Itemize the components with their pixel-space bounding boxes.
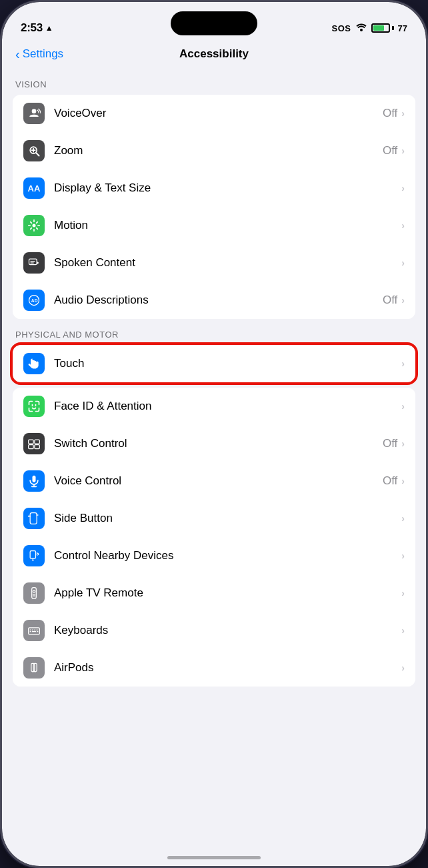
airpods-label: AirPods: [54, 661, 401, 675]
back-chevron-icon: ‹: [15, 47, 20, 61]
spoken-content-item[interactable]: Spoken Content ›: [13, 244, 415, 282]
touch-icon: [23, 353, 45, 374]
face-id-chevron-icon: ›: [401, 401, 405, 412]
svg-rect-14: [29, 445, 34, 449]
face-id-item[interactable]: Face ID & Attention ›: [13, 388, 415, 425]
vision-section-label: VISION: [2, 69, 426, 95]
svg-rect-19: [30, 513, 37, 524]
spoken-content-label: Spoken Content: [54, 256, 401, 270]
back-label[interactable]: Settings: [23, 47, 63, 61]
control-nearby-chevron-icon: ›: [401, 550, 405, 561]
apple-tv-label: Apple TV Remote: [54, 586, 401, 600]
side-button-label: Side Button: [54, 512, 401, 525]
svg-text:AD: AD: [31, 298, 38, 303]
content-area: VISION VoiceOver Off ›: [2, 69, 426, 700]
switch-control-item[interactable]: Switch Control Off ›: [13, 425, 415, 462]
airpods-item[interactable]: AirPods ›: [13, 649, 415, 687]
vision-group: VoiceOver Off › Zoom Off: [13, 95, 415, 319]
airpods-icon: [23, 657, 45, 679]
voice-control-value: Off: [383, 474, 397, 488]
display-text-size-item[interactable]: AA Display & Text Size ›: [13, 169, 415, 207]
svg-rect-15: [35, 445, 40, 449]
audio-descriptions-item[interactable]: AD Audio Descriptions Off ›: [13, 282, 415, 319]
zoom-icon: [23, 140, 45, 161]
control-nearby-label: Control Nearby Devices: [54, 549, 401, 562]
physical-motor-section-label: PHYSICAL AND MOTOR: [2, 319, 426, 345]
voiceover-value: Off: [383, 107, 397, 120]
airpods-chevron-icon: ›: [401, 663, 405, 673]
svg-rect-16: [33, 476, 36, 482]
control-nearby-item[interactable]: Control Nearby Devices ›: [13, 537, 415, 574]
svg-rect-12: [29, 440, 34, 444]
zoom-label: Zoom: [54, 144, 383, 157]
wifi-icon: [355, 23, 367, 34]
svg-rect-21: [32, 588, 37, 599]
side-button-chevron-icon: ›: [401, 513, 405, 524]
status-time: 2:53 ▲: [21, 21, 53, 35]
display-text-size-chevron-icon: ›: [401, 183, 405, 193]
side-button-item[interactable]: Side Button ›: [13, 500, 415, 537]
phone-screen: 2:53 ▲ SOS 77: [2, 2, 426, 866]
svg-rect-20: [30, 551, 35, 559]
status-right: SOS 77: [332, 23, 407, 34]
phone-frame: 2:53 ▲ SOS 77: [0, 0, 428, 868]
touch-label: Touch: [54, 357, 401, 370]
sos-label: SOS: [332, 23, 351, 33]
motion-chevron-icon: ›: [401, 220, 405, 231]
time-display: 2:53: [21, 21, 43, 35]
switch-control-value: Off: [383, 437, 397, 450]
face-id-icon: [23, 396, 45, 417]
voiceover-icon: [23, 103, 45, 124]
zoom-item[interactable]: Zoom Off ›: [13, 132, 415, 169]
touch-item-wrapper: Touch ›: [13, 345, 415, 382]
svg-rect-7: [29, 259, 37, 264]
display-text-size-icon: AA: [23, 177, 45, 199]
touch-item[interactable]: Touch ›: [13, 345, 415, 382]
voiceover-label: VoiceOver: [54, 107, 383, 120]
display-text-size-label: Display & Text Size: [54, 181, 401, 195]
control-nearby-icon: [23, 545, 45, 566]
nav-bar: ‹ Settings Accessibility: [2, 42, 426, 69]
svg-line-3: [36, 153, 39, 155]
apple-tv-chevron-icon: ›: [401, 588, 405, 598]
svg-point-1: [32, 109, 37, 113]
keyboards-icon: [23, 620, 45, 641]
battery-label: 77: [398, 23, 407, 33]
physical-motor-group: Face ID & Attention › Switch Control: [13, 388, 415, 687]
voice-control-item[interactable]: Voice Control Off ›: [13, 462, 415, 500]
face-id-label: Face ID & Attention: [54, 400, 401, 413]
page-title: Accessibility: [179, 47, 249, 61]
zoom-value: Off: [383, 144, 397, 157]
touch-chevron-icon: ›: [401, 358, 405, 369]
switch-control-label: Switch Control: [54, 437, 383, 450]
back-button[interactable]: ‹ Settings: [15, 47, 63, 61]
svg-point-0: [360, 29, 363, 31]
motion-item[interactable]: Motion ›: [13, 207, 415, 244]
audio-descriptions-icon: AD: [23, 290, 45, 311]
side-button-icon: [23, 508, 45, 529]
voice-control-label: Voice Control: [54, 474, 383, 488]
spoken-content-icon: [23, 252, 45, 274]
apple-tv-item[interactable]: Apple TV Remote ›: [13, 574, 415, 612]
voiceover-item[interactable]: VoiceOver Off ›: [13, 95, 415, 132]
switch-control-icon: [23, 433, 45, 454]
spoken-content-chevron-icon: ›: [401, 258, 405, 268]
audio-descriptions-chevron-icon: ›: [401, 295, 405, 306]
motion-icon: [23, 215, 45, 236]
zoom-chevron-icon: ›: [401, 145, 405, 156]
dynamic-island: [171, 11, 257, 35]
voice-control-icon: [23, 470, 45, 492]
svg-point-22: [33, 590, 35, 592]
voiceover-chevron-icon: ›: [401, 108, 405, 119]
svg-rect-25: [29, 628, 40, 634]
audio-descriptions-label: Audio Descriptions: [54, 294, 383, 307]
home-bar: [167, 856, 261, 859]
apple-tv-icon: [23, 582, 45, 604]
keyboards-item[interactable]: Keyboards ›: [13, 612, 415, 649]
svg-point-6: [33, 224, 36, 228]
location-icon: ▲: [45, 23, 53, 33]
svg-rect-13: [35, 440, 40, 444]
voice-control-chevron-icon: ›: [401, 476, 405, 486]
audio-descriptions-value: Off: [383, 294, 397, 307]
keyboards-chevron-icon: ›: [401, 625, 405, 636]
